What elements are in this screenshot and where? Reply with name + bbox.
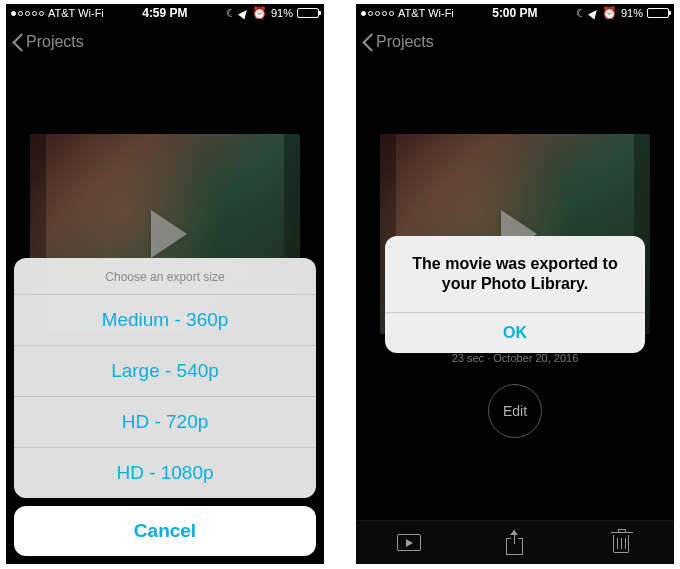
nav-back-button[interactable]: Projects bbox=[356, 22, 674, 62]
edit-button[interactable]: Edit bbox=[488, 384, 542, 438]
project-meta-label: 23 sec · October 20, 2016 bbox=[356, 352, 674, 364]
share-button[interactable] bbox=[503, 532, 527, 554]
battery-icon bbox=[297, 8, 319, 18]
do-not-disturb-icon: ☾ bbox=[576, 7, 586, 20]
play-icon bbox=[151, 210, 187, 258]
location-icon bbox=[238, 7, 250, 19]
export-option-360p[interactable]: Medium - 360p bbox=[14, 295, 316, 346]
clock-label: 5:00 PM bbox=[492, 6, 537, 20]
trash-icon bbox=[613, 535, 629, 553]
location-icon bbox=[588, 7, 600, 19]
alarm-icon: ⏰ bbox=[252, 6, 267, 20]
cancel-button[interactable]: Cancel bbox=[14, 506, 316, 556]
export-option-1080p[interactable]: HD - 1080p bbox=[14, 448, 316, 498]
signal-dots-icon bbox=[361, 11, 394, 16]
alert-message: The movie was exported to your Photo Lib… bbox=[385, 236, 645, 313]
chevron-left-icon bbox=[12, 32, 24, 52]
clock-label: 4:59 PM bbox=[142, 6, 187, 20]
edit-button-label: Edit bbox=[503, 403, 527, 419]
signal-dots-icon bbox=[11, 11, 44, 16]
alert-ok-button[interactable]: OK bbox=[385, 313, 645, 353]
export-size-action-sheet: Choose an export size Medium - 360p Larg… bbox=[14, 258, 316, 556]
export-complete-alert: The movie was exported to your Photo Lib… bbox=[385, 236, 645, 353]
share-arrow-icon bbox=[514, 530, 515, 544]
status-bar: AT&T Wi-Fi 4:59 PM ☾ ⏰ 91% bbox=[6, 4, 324, 22]
do-not-disturb-icon: ☾ bbox=[226, 7, 236, 20]
play-rect-icon bbox=[397, 534, 421, 551]
nav-back-label: Projects bbox=[376, 33, 434, 51]
chevron-left-icon bbox=[362, 32, 374, 52]
battery-icon bbox=[647, 8, 669, 18]
carrier-label: AT&T Wi-Fi bbox=[398, 7, 454, 19]
carrier-label: AT&T Wi-Fi bbox=[48, 7, 104, 19]
screenshot-export-size: AT&T Wi-Fi 4:59 PM ☾ ⏰ 91% Projects Choo… bbox=[6, 4, 324, 564]
battery-pct-label: 91% bbox=[271, 7, 293, 19]
bottom-toolbar bbox=[356, 520, 674, 564]
export-option-540p[interactable]: Large - 540p bbox=[14, 346, 316, 397]
nav-back-label: Projects bbox=[26, 33, 84, 51]
alarm-icon: ⏰ bbox=[602, 6, 617, 20]
play-project-button[interactable] bbox=[397, 532, 421, 554]
screenshot-export-complete: AT&T Wi-Fi 5:00 PM ☾ ⏰ 91% Projects The … bbox=[356, 4, 674, 564]
nav-back-button[interactable]: Projects bbox=[6, 22, 324, 62]
battery-pct-label: 91% bbox=[621, 7, 643, 19]
delete-button[interactable] bbox=[609, 532, 633, 554]
status-bar: AT&T Wi-Fi 5:00 PM ☾ ⏰ 91% bbox=[356, 4, 674, 22]
action-sheet-title: Choose an export size bbox=[14, 258, 316, 295]
export-option-720p[interactable]: HD - 720p bbox=[14, 397, 316, 448]
